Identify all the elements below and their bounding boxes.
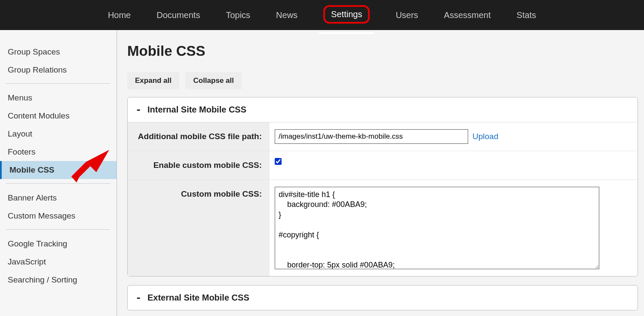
sidebar-item-footers[interactable]: Footers — [6, 143, 110, 161]
sidebar-item-google-tracking[interactable]: Google Tracking — [6, 235, 110, 253]
sidebar-item-layout[interactable]: Layout — [6, 125, 110, 143]
label-enable-css: Enable custom mobile CSS: — [128, 151, 270, 179]
label-custom-css: Custom mobile CSS: — [128, 180, 270, 276]
sidebar-item-javascript[interactable]: JavaScript — [6, 253, 110, 271]
collapse-icon: - — [135, 104, 141, 115]
sidebar-item-group-relations[interactable]: Group Relations — [6, 61, 110, 79]
sidebar-item-mobile-css[interactable]: Mobile CSS — [0, 161, 117, 179]
page-title: Mobile CSS — [127, 43, 644, 59]
sidebar-item-content-modules[interactable]: Content Modules — [6, 107, 110, 125]
sidebar-item-custom-messages[interactable]: Custom Messages — [6, 207, 110, 225]
collapse-icon: - — [135, 292, 141, 303]
checkbox-enable-css[interactable] — [275, 158, 282, 165]
upload-link[interactable]: Upload — [472, 132, 498, 141]
nav-users[interactable]: Users — [391, 2, 422, 29]
collapse-all-button[interactable]: Collapse all — [185, 72, 241, 89]
nav-home[interactable]: Home — [104, 2, 135, 29]
nav-news[interactable]: News — [272, 2, 302, 29]
panel-external-header[interactable]: - External Site Mobile CSS — [128, 286, 638, 310]
sidebar: Group Spaces Group Relations Menus Conte… — [0, 30, 117, 316]
panel-internal-header[interactable]: - Internal Site Mobile CSS — [128, 97, 638, 122]
panel-external: - External Site Mobile CSS — [127, 285, 638, 310]
nav-topics[interactable]: Topics — [221, 2, 255, 29]
nav-settings[interactable]: Settings — [319, 0, 374, 34]
nav-stats[interactable]: Stats — [512, 2, 541, 29]
nav-assessment[interactable]: Assessment — [440, 2, 495, 29]
panel-internal: - Internal Site Mobile CSS Additional mo… — [127, 97, 638, 276]
input-css-path[interactable] — [275, 129, 468, 144]
settings-highlight: Settings — [323, 5, 370, 24]
label-css-path: Additional mobile CSS file path: — [128, 122, 270, 151]
expand-all-button[interactable]: Expand all — [127, 72, 179, 89]
sidebar-item-banner-alerts[interactable]: Banner Alerts — [6, 189, 110, 207]
panel-external-title: External Site Mobile CSS — [147, 293, 249, 303]
sidebar-item-group-spaces[interactable]: Group Spaces — [6, 43, 110, 61]
panel-internal-title: Internal Site Mobile CSS — [147, 105, 246, 115]
textarea-custom-css[interactable] — [275, 187, 599, 269]
top-nav: Home Documents Topics News Settings User… — [0, 0, 644, 30]
sidebar-item-menus[interactable]: Menus — [6, 89, 110, 107]
main-content: Mobile CSS Expand all Collapse all - Int… — [117, 30, 644, 316]
nav-documents[interactable]: Documents — [152, 2, 204, 29]
sidebar-item-searching-sorting[interactable]: Searching / Sorting — [6, 271, 110, 289]
